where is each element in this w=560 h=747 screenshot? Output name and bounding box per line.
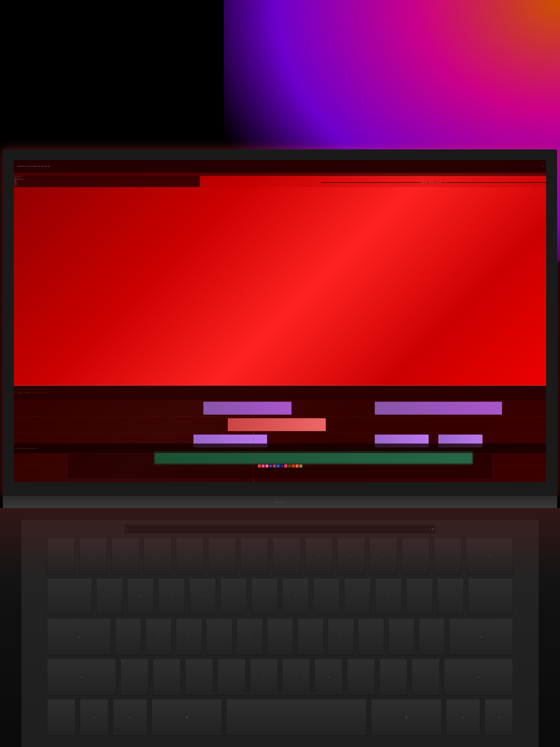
key-x[interactable]: X [153,659,181,695]
key-comma[interactable]: <, [347,659,375,695]
key-v[interactable]: V [217,659,245,695]
clip-cinemastyle-2[interactable]: <cinemastyle 2-3+> Couifines.prj [375,402,502,415]
key-fn[interactable]: fn [47,699,76,736]
key-equals[interactable]: += [434,538,462,574]
list-item[interactable]: Cinemastyle-[Edit] Coupines.prj [15,179,199,180]
key-backslash[interactable]: |\ [468,578,513,615]
key-z[interactable]: Z [121,659,148,695]
key-h[interactable]: H [267,619,293,655]
key-d[interactable]: D [176,619,202,655]
key-c[interactable]: C [185,659,213,695]
clip-cinemastyle-1[interactable]: Ch:3+1 Coupines.prj [203,402,292,415]
dock-icon-7[interactable]: 🎯 [295,464,299,468]
key-quote[interactable]: "' [419,619,445,655]
key-space[interactable] [226,699,367,736]
menu-item-sequence[interactable]: Sequence [32,166,36,167]
key-return[interactable]: return [449,619,513,655]
key-w[interactable]: W [127,578,154,615]
clip-title[interactable]: Title [228,418,326,431]
key-f[interactable]: F [206,619,232,655]
menu-item-file[interactable]: File [25,166,27,167]
menu-item-edit[interactable]: Edit [28,166,29,167]
tab-3-par[interactable]: 3_par [42,392,44,393]
key-bracket-right[interactable]: }] [437,578,463,615]
dock-icon-lr[interactable]: Lr [281,464,284,468]
tab-1-hima[interactable]: 1_hima [32,392,34,393]
menu-item-help[interactable]: Help [48,166,50,167]
key-9[interactable]: (9 [337,538,365,574]
key-s[interactable]: S [146,619,171,655]
key-l[interactable]: L [358,619,384,655]
list-item[interactable]: Title 2 [15,182,199,183]
key-semicolon[interactable]: :; [389,619,414,655]
key-k[interactable]: K [328,619,354,655]
key-1[interactable]: !1 [79,538,107,574]
dock-icon-3[interactable]: 🎪 [273,464,276,468]
key-8[interactable]: *8 [305,538,332,574]
touch-bar-brightness-icon[interactable]: ☀ [426,529,426,530]
tab-2-office[interactable]: 2_office [35,392,38,393]
key-3[interactable]: #3 [144,538,171,574]
key-p[interactable]: P [375,578,402,615]
key-tab[interactable]: tab [47,578,92,615]
menu-item-app[interactable]: Premiere Pro CC [18,166,24,167]
key-caps-lock[interactable]: caps lock [47,619,111,655]
dock-icon-ae[interactable]: Ae [269,464,272,468]
key-o[interactable]: O [344,578,371,615]
key-shift-right[interactable]: shift [444,659,513,695]
dock-icon-5[interactable]: 7 [288,464,291,468]
key-bracket-left[interactable]: {[ [406,578,433,615]
apple-menu[interactable]:  [15,165,16,167]
key-slash[interactable]: ?/ [412,659,439,695]
key-j[interactable]: J [298,619,323,655]
key-arrow-left[interactable]: ◀ [485,699,513,736]
dock-icon-0[interactable]: 🎭 [258,464,261,468]
key-command-right[interactable]: ⌘ command [371,699,442,736]
menu-item-title[interactable]: Title [41,166,43,167]
menu-item-window[interactable]: Window [44,166,47,167]
list-item[interactable]: Title 3b [15,185,199,186]
key-period[interactable]: >. [379,659,407,695]
key-5[interactable]: %5 [208,538,236,574]
menu-item-clip[interactable]: Clip [30,166,32,167]
dock-icon-ps[interactable]: Ps [276,464,280,468]
touch-bar-siri-icon[interactable]: ⬤ [432,529,433,530]
key-a[interactable]: A [115,619,141,655]
key-alt-left[interactable]: alt option [113,699,147,736]
key-0[interactable]: )0 [370,538,397,574]
tab-4-ending[interactable]: 4_ending [45,392,47,393]
dock-icon-4[interactable]: 🌺 [284,464,287,468]
key-t[interactable]: T [220,578,247,615]
key-i[interactable]: I [313,578,340,615]
key-b[interactable]: B [250,659,278,695]
dock-icon-6[interactable]: 🔴 [292,464,295,468]
key-minus[interactable]: _- [402,538,429,574]
key-r[interactable]: R [189,578,216,615]
list-item[interactable]: LW_2019-10-1.prj [15,177,199,179]
dock-icon-8[interactable]: ⚙️ [299,464,302,468]
touch-bar-mute-icon[interactable]: 🔇 [430,529,431,530]
key-4[interactable]: $4 [176,538,204,574]
key-command-left[interactable]: ⌘ command [152,699,222,736]
key-y[interactable]: Y [251,578,278,615]
key-delete[interactable]: delete [466,538,513,574]
key-g[interactable]: G [237,619,262,655]
dock-icon-1[interactable]: 🎨 [262,464,265,468]
key-m[interactable]: M [315,659,342,695]
key-6[interactable]: ^6 [241,538,268,574]
menu-item-marker[interactable]: Marker [37,166,41,167]
dock-icon-2[interactable]: 🌸 [265,464,268,468]
touch-bar-volume-icon[interactable]: ♪ [428,529,428,530]
list-item[interactable]: Title 3a [15,183,199,185]
key-shift-left[interactable]: shift [47,659,116,695]
key-2[interactable]: @2 [112,538,139,574]
key-alt-right[interactable]: alt option [446,699,480,736]
key-control[interactable]: control [80,699,108,736]
key-e[interactable]: E [158,578,185,615]
key-n[interactable]: N [282,659,310,695]
tab-3-all[interactable]: 3_all [39,392,41,393]
key-q[interactable]: Q [97,578,123,615]
list-item[interactable]: Title 1 [15,180,199,182]
key-u[interactable]: U [282,578,309,615]
key-tilde[interactable]: ~` [47,538,75,574]
